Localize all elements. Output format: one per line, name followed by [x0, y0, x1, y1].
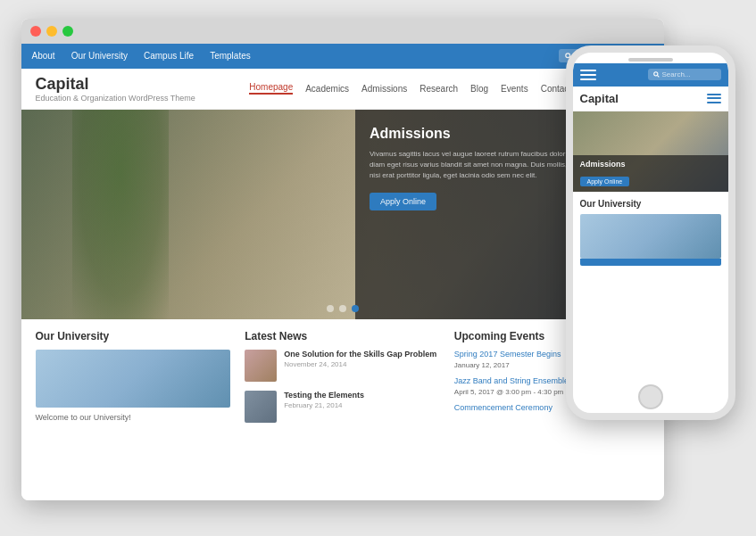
mobile-hero-title: Admissions [580, 160, 721, 169]
admin-link-about[interactable]: About [32, 51, 55, 61]
mobile-phone: Capital Admissions Apply Online Our Univ… [566, 45, 735, 420]
our-university-column: Our University Welcome to our University… [36, 330, 231, 465]
phone-inner: Capital Admissions Apply Online Our Univ… [573, 53, 728, 413]
hero-tree-decoration [72, 110, 169, 319]
mobile-university-image [580, 214, 721, 259]
mobile-blue-bar [580, 259, 721, 266]
mobile-top-bar [573, 63, 728, 87]
nav-events[interactable]: Events [501, 84, 528, 94]
university-caption: Welcome to our University! [36, 413, 231, 422]
mobile-menu-icon[interactable] [580, 70, 596, 80]
news-thumbnail-2 [245, 391, 277, 423]
mobile-hero-cta[interactable]: Apply Online [580, 177, 630, 186]
news-title: Latest News [245, 330, 440, 342]
nav-homepage[interactable]: Homepage [249, 82, 293, 95]
mobile-logo: Capital [580, 92, 619, 105]
svg-line-3 [657, 76, 659, 78]
phone-speaker [628, 58, 673, 62]
mobile-hero: Admissions Apply Online [573, 111, 728, 192]
nav-blog[interactable]: Blog [470, 84, 488, 94]
hero-dot-3[interactable] [352, 305, 359, 312]
admin-link-templates[interactable]: Templates [210, 51, 251, 61]
minimize-button[interactable] [46, 26, 57, 37]
university-image [36, 350, 231, 408]
logo-tagline: Education & Organization WordPress Theme [36, 94, 195, 103]
admin-bar-links: About Our University Campus Life Templat… [32, 51, 251, 61]
our-university-title: Our University [36, 330, 231, 342]
hero-cta-button[interactable]: Apply Online [370, 193, 436, 210]
logo-title: Capital [36, 75, 195, 94]
mobile-our-university: Our University [573, 192, 728, 273]
mobile-hamburger-icon[interactable] [707, 94, 721, 103]
close-button[interactable] [30, 26, 41, 37]
mobile-search-bar[interactable] [648, 69, 721, 80]
admin-link-campus[interactable]: Campus Life [144, 51, 194, 61]
news-content-1: One Solution for the Skills Gap Problem … [284, 350, 436, 368]
news-title-1[interactable]: One Solution for the Skills Gap Problem [284, 350, 436, 359]
mobile-section-title: Our University [580, 199, 721, 209]
news-date-2: February 21, 2014 [284, 401, 364, 409]
maximize-button[interactable] [62, 26, 73, 37]
news-date-1: November 24, 2014 [284, 360, 436, 368]
news-content-2: Testing the Elements February 21, 2014 [284, 391, 364, 409]
site-logo: Capital Education & Organization WordPre… [36, 75, 195, 103]
admin-link-university[interactable]: Our University [71, 51, 128, 61]
mobile-hero-overlay: Admissions Apply Online [573, 155, 728, 192]
svg-point-2 [653, 72, 657, 76]
news-item-1: One Solution for the Skills Gap Problem … [245, 350, 440, 382]
scene: About Our University Campus Life Templat… [21, 19, 735, 518]
hero-pagination [327, 305, 359, 312]
news-column: Latest News One Solution for the Skills … [245, 330, 440, 465]
mobile-search-input[interactable] [662, 70, 716, 78]
nav-research[interactable]: Research [420, 84, 458, 94]
nav-admissions[interactable]: Admissions [361, 84, 407, 94]
browser-titlebar [21, 19, 664, 44]
nav-academics[interactable]: Academics [305, 84, 349, 94]
hero-dot-1[interactable] [327, 305, 334, 312]
phone-screen: Capital Admissions Apply Online Our Univ… [573, 63, 728, 381]
news-title-2[interactable]: Testing the Elements [284, 391, 364, 400]
mobile-search-icon [653, 71, 660, 78]
news-item-2: Testing the Elements February 21, 2014 [245, 391, 440, 423]
hero-dot-2[interactable] [339, 305, 346, 312]
phone-home-button[interactable] [638, 384, 663, 409]
mobile-header: Capital [573, 87, 728, 111]
news-thumbnail-1 [245, 350, 277, 382]
